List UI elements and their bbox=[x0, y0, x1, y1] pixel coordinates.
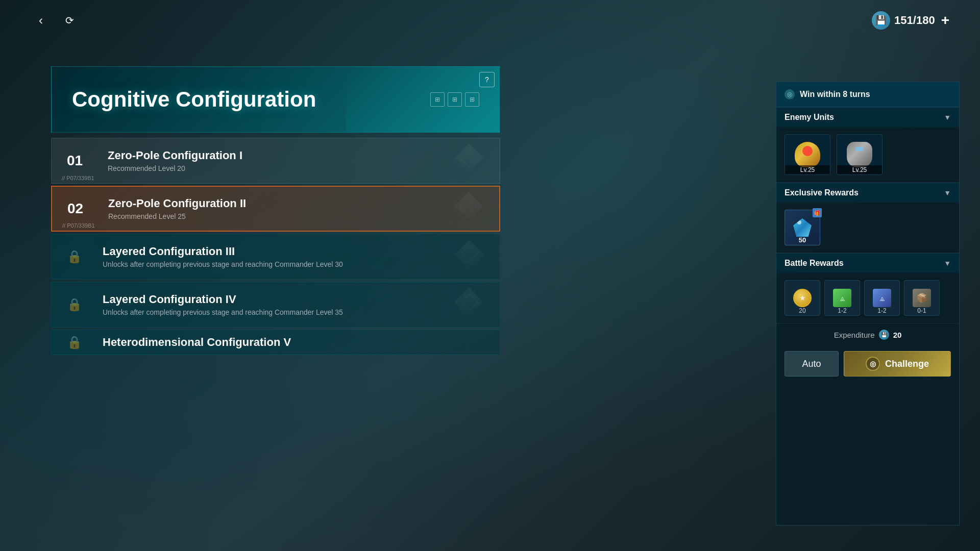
exclusive-rewards-header[interactable]: Exclusive Rewards ▼ bbox=[776, 183, 959, 203]
top-bar: ‹ ⟳ 💾 151/180 + bbox=[0, 0, 980, 41]
expenditure-count: 20 bbox=[893, 331, 902, 339]
stage-info: Zero-Pole Configuration II Recommended L… bbox=[108, 197, 484, 220]
stage-item[interactable]: 01 Zero-Pole Configuration I Recommended… bbox=[51, 138, 500, 184]
stage-name: Zero-Pole Configuration II bbox=[108, 197, 484, 210]
stage-name: Heterodimensional Configuration V bbox=[103, 336, 484, 349]
exclusive-rewards-list: 🎁 50 bbox=[776, 203, 959, 253]
battle-rewards-dropdown-icon: ▼ bbox=[944, 259, 951, 267]
green-tube-icon: ⟁ bbox=[832, 288, 852, 308]
medal-icon bbox=[793, 288, 812, 308]
stage-info: Zero-Pole Configuration I Recommended Le… bbox=[108, 149, 484, 172]
medal-count: 20 bbox=[799, 307, 805, 314]
battle-reward-green-tube: ⟁ 1-2 bbox=[824, 280, 860, 316]
reward-badge: 🎁 bbox=[813, 208, 822, 217]
auto-button[interactable]: Auto bbox=[785, 351, 839, 377]
battle-reward-blue-tube: ⟁ 1-2 bbox=[864, 280, 900, 316]
exclusive-reward-card: 🎁 50 bbox=[785, 210, 820, 245]
stage-name: Layered Configuration III bbox=[103, 245, 484, 258]
deco-icon-3: ⊞ bbox=[465, 92, 479, 107]
deco-icon-1: ⊞ bbox=[430, 92, 445, 107]
lock-icon: 🔒 bbox=[67, 335, 82, 349]
stage-diamond-deco bbox=[459, 244, 484, 269]
stage-desc: Unlocks after completing previous stage … bbox=[103, 260, 484, 268]
stage-info: Heterodimensional Configuration V bbox=[103, 336, 484, 349]
blue-tube-count: 1-2 bbox=[877, 307, 886, 314]
blue-tube-icon: ⟁ bbox=[872, 288, 892, 308]
mission-text: Win within 8 turns bbox=[800, 90, 870, 99]
battle-reward-medal: 20 bbox=[785, 280, 820, 316]
enemy-units-list: Lv.25 Lv.25 bbox=[776, 127, 959, 183]
stage-sub-id: // P07/339B1 bbox=[62, 222, 95, 229]
back-button[interactable]: ‹ bbox=[31, 10, 51, 31]
lock-icon: 🔒 bbox=[67, 297, 82, 312]
exclusive-rewards-dropdown-icon: ▼ bbox=[944, 189, 951, 197]
battle-rewards-label: Battle Rewards bbox=[785, 259, 844, 268]
enemy-card-1: Lv.25 bbox=[785, 134, 830, 175]
battle-rewards-list: 20 ⟁ 1-2 ⟁ 1-2 📦 0-1 bbox=[776, 273, 959, 323]
enemy-sprite-2 bbox=[844, 141, 875, 168]
stage-info: Layered Configuration IV Unlocks after c… bbox=[103, 293, 484, 316]
stage-item-active[interactable]: 02 Zero-Pole Configuration II Recommende… bbox=[51, 186, 500, 232]
mission-banner: ◎ Win within 8 turns bbox=[776, 82, 959, 107]
challenge-circle-icon: ◎ bbox=[866, 357, 880, 371]
box-count: 0-1 bbox=[917, 307, 926, 314]
stage-diamond-deco bbox=[459, 292, 484, 317]
stage-diamond-deco bbox=[458, 196, 484, 221]
battle-reward-box: 📦 0-1 bbox=[904, 280, 940, 316]
box-icon: 📦 bbox=[912, 288, 932, 308]
stage-name: Layered Configuration IV bbox=[103, 293, 484, 306]
detail-panel: ◎ Win within 8 turns Enemy Units ▼ Lv.25… bbox=[776, 82, 960, 525]
expenditure-row: Expenditure 💾 20 bbox=[776, 323, 959, 346]
chapter-header: Cognitive Configuration ? ⊞ ⊞ ⊞ bbox=[51, 66, 500, 133]
stage-desc: Recommended Level 25 bbox=[108, 212, 484, 220]
action-buttons: Auto ◎ Challenge bbox=[776, 346, 959, 382]
deco-icon-2: ⊞ bbox=[448, 92, 462, 107]
mission-icon: ◎ bbox=[785, 89, 795, 99]
add-stamina-button[interactable]: + bbox=[941, 12, 949, 29]
stage-diamond-deco bbox=[459, 148, 484, 173]
stage-desc: Recommended Level 20 bbox=[108, 164, 484, 172]
green-tube-count: 1-2 bbox=[838, 307, 846, 314]
battle-rewards-header[interactable]: Battle Rewards ▼ bbox=[776, 253, 959, 273]
stage-name: Zero-Pole Configuration I bbox=[108, 149, 484, 162]
expenditure-icon: 💾 bbox=[879, 330, 889, 340]
stage-item-locked-partial[interactable]: 🔒 Heterodimensional Configuration V bbox=[51, 330, 500, 355]
lock-icon: 🔒 bbox=[67, 249, 82, 264]
help-button[interactable]: ? bbox=[479, 72, 495, 87]
enemy-sprite-1 bbox=[792, 141, 823, 168]
enemy-card-2: Lv.25 bbox=[837, 134, 883, 175]
stamina-container: 💾 151/180 + bbox=[872, 11, 949, 30]
enemy-level-2: Lv.25 bbox=[837, 165, 882, 174]
enemy-units-dropdown-icon: ▼ bbox=[944, 113, 951, 121]
expenditure-label: Expenditure bbox=[834, 331, 875, 339]
stage-desc: Unlocks after completing previous stage … bbox=[103, 308, 484, 316]
chapter-title: Cognitive Configuration bbox=[72, 87, 316, 112]
challenge-label: Challenge bbox=[885, 359, 929, 369]
enemy-units-label: Enemy Units bbox=[785, 113, 834, 122]
stamina-display: 151/180 bbox=[894, 14, 935, 27]
stamina-icon: 💾 bbox=[872, 11, 890, 30]
stage-item-locked[interactable]: 🔒 Layered Configuration IV Unlocks after… bbox=[51, 282, 500, 328]
stage-number: 01 bbox=[67, 153, 97, 169]
stage-list: 01 Zero-Pole Configuration I Recommended… bbox=[51, 138, 500, 525]
exclusive-reward-count: 50 bbox=[799, 236, 806, 244]
stage-number: 02 bbox=[67, 201, 98, 217]
drive-button[interactable]: ⟳ bbox=[59, 10, 80, 31]
stage-item-locked[interactable]: 🔒 Layered Configuration III Unlocks afte… bbox=[51, 234, 500, 280]
enemy-units-header[interactable]: Enemy Units ▼ bbox=[776, 107, 959, 127]
stage-info: Layered Configuration III Unlocks after … bbox=[103, 245, 484, 268]
enemy-level-1: Lv.25 bbox=[785, 165, 830, 174]
reward-gem-icon bbox=[793, 218, 812, 237]
challenge-button[interactable]: ◎ Challenge bbox=[844, 351, 951, 377]
exclusive-rewards-label: Exclusive Rewards bbox=[785, 188, 859, 197]
header-decorations: ⊞ ⊞ ⊞ bbox=[430, 92, 479, 107]
stage-sub-id: // P07/339B1 bbox=[62, 175, 94, 181]
